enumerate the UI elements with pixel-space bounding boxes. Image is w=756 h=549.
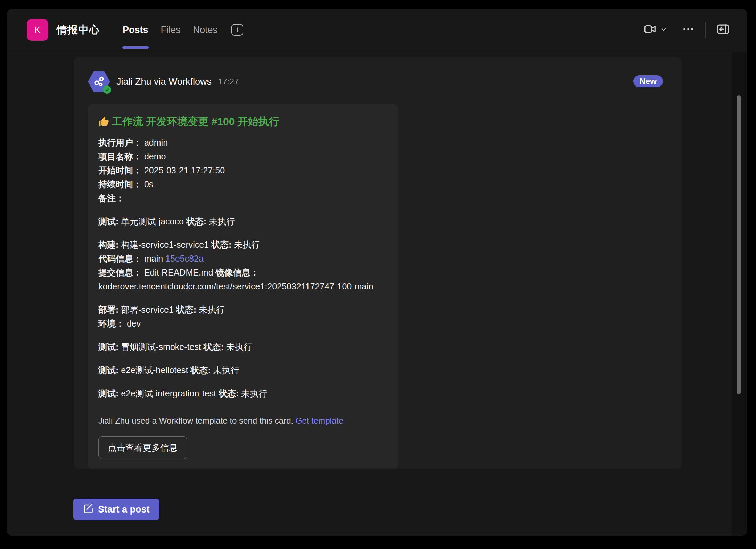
new-badge: New xyxy=(633,75,663,87)
card-line: 测试: 冒烟测试-smoke-test 状态: 未执行 xyxy=(98,340,388,354)
card-line: 执行用户： admin xyxy=(98,136,388,149)
card-line: 构建: 构建-service1-service1 状态: 未执行 xyxy=(98,238,388,252)
workflow-message-card: 工作流 开发环境变更 #100 开始执行 执行用户： admin项目名称： de… xyxy=(88,104,398,469)
post-timestamp: 17:27 xyxy=(218,77,239,87)
tab-posts[interactable]: Posts xyxy=(123,9,148,51)
app-window: K 情报中心 Posts Files Notes xyxy=(7,9,747,536)
card-paragraph: 测试: 单元测试-jacoco 状态: 未执行 xyxy=(98,214,388,228)
card-body: 执行用户： admin项目名称： demo开始时间： 2025-03-21 17… xyxy=(98,136,388,400)
card-line: 备注： xyxy=(98,191,388,205)
tab-notes[interactable]: Notes xyxy=(193,9,218,51)
post-header: Jiali Zhu via Workflows 17:27 xyxy=(116,71,239,93)
channel-avatar: K xyxy=(27,19,48,41)
card-paragraph: 测试: e2e测试-intergration-test 状态: 未执行 xyxy=(98,386,388,400)
card-paragraph: 部署: 部署-service1 状态: 未执行环境： dev xyxy=(98,303,388,330)
card-paragraph: 构建: 构建-service1-service1 状态: 未执行代码信息： ma… xyxy=(98,238,388,293)
channel-title: 情报中心 xyxy=(57,23,100,37)
card-line: 测试: e2e测试-intergration-test 状态: 未执行 xyxy=(98,386,388,400)
compose-icon xyxy=(83,503,93,516)
card-title-text: 工作流 开发环境变更 #100 开始执行 xyxy=(112,115,279,129)
channel-header: K 情报中心 Posts Files Notes xyxy=(7,9,747,51)
card-line: 持续时间： 0s xyxy=(98,177,388,191)
card-divider xyxy=(98,410,388,410)
channel-avatar-letter: K xyxy=(35,25,41,35)
scrollbar-thumb[interactable] xyxy=(737,95,741,394)
card-paragraph: 测试: 冒烟测试-smoke-test 状态: 未执行 xyxy=(98,340,388,354)
card-footer: Jiali Zhu used a Workflow template to se… xyxy=(98,415,388,427)
card-footer-text: Jiali Zhu used a Workflow template to se… xyxy=(98,416,296,425)
channel-tabs: Posts Files Notes xyxy=(123,9,217,51)
start-post-button[interactable]: Start a post xyxy=(73,499,159,520)
card-paragraph: 测试: e2e测试-hellotest 状态: 未执行 xyxy=(98,363,388,377)
card-line: 代码信息： main 15e5c82a xyxy=(98,252,388,265)
card-line: 环境： dev xyxy=(98,317,388,330)
card-line: 项目名称： demo xyxy=(98,149,388,163)
more-ellipsis-icon xyxy=(682,23,695,37)
close-side-panel-icon xyxy=(716,23,730,37)
view-more-info-button[interactable]: 点击查看更多信息 xyxy=(98,436,187,459)
close-side-panel-button[interactable] xyxy=(716,23,730,37)
video-camera-icon xyxy=(643,23,657,37)
post-card: Jiali Zhu via Workflows 17:27 New 工作流 开发… xyxy=(74,57,682,469)
plus-icon xyxy=(234,26,241,33)
header-divider xyxy=(705,22,706,38)
card-line: 部署: 部署-service1 状态: 未执行 xyxy=(98,303,388,317)
card-line: 测试: e2e测试-hellotest 状态: 未执行 xyxy=(98,363,388,377)
start-post-label: Start a post xyxy=(98,504,150,515)
header-actions xyxy=(643,22,730,38)
tab-files[interactable]: Files xyxy=(161,9,181,51)
posts-feed: Jiali Zhu via Workflows 17:27 New 工作流 开发… xyxy=(7,52,747,536)
card-line: 开始时间： 2025-03-21 17:27:50 xyxy=(98,163,388,177)
card-paragraph: 执行用户： admin项目名称： demo开始时间： 2025-03-21 17… xyxy=(98,136,388,205)
card-line: 测试: 单元测试-jacoco 状态: 未执行 xyxy=(98,214,388,228)
meet-now-button[interactable] xyxy=(643,23,667,37)
workflow-avatar xyxy=(88,71,110,93)
card-line: 提交信息： Edit README.md 镜像信息：koderover.tenc… xyxy=(98,265,388,293)
card-title: 工作流 开发环境变更 #100 开始执行 xyxy=(98,115,388,129)
verified-check-badge xyxy=(103,85,111,94)
get-template-link[interactable]: Get template xyxy=(296,416,343,425)
thumbs-up-emoji xyxy=(98,116,109,127)
more-options-button[interactable] xyxy=(682,23,695,37)
chevron-down-icon xyxy=(660,26,667,34)
post-author[interactable]: Jiali Zhu via Workflows xyxy=(116,76,212,87)
commit-link[interactable]: 15e5c82a xyxy=(165,254,204,263)
add-tab-button[interactable] xyxy=(231,24,243,36)
